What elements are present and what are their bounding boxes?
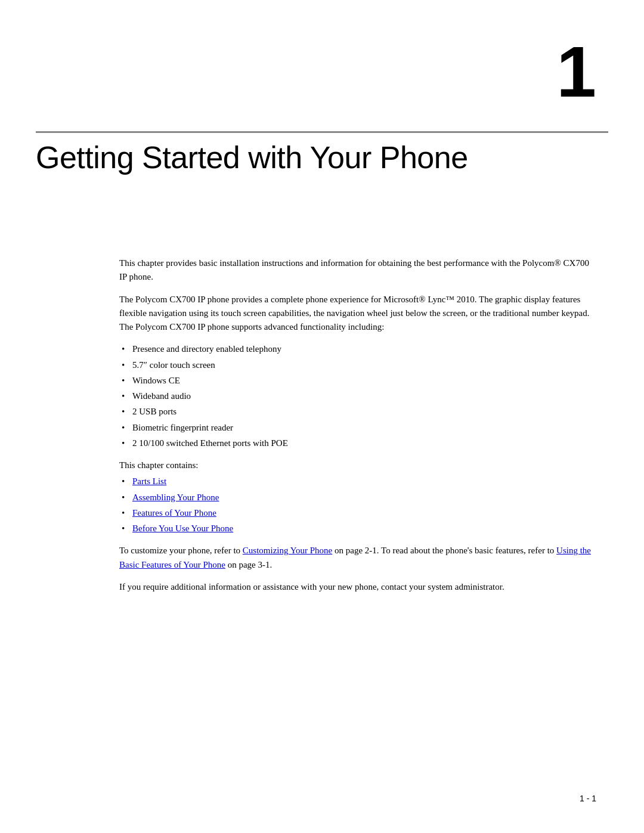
cross-ref-text-3: on page 3-1. bbox=[225, 560, 272, 569]
list-item-before-use: Before You Use Your Phone bbox=[119, 522, 596, 535]
features-list: Presence and directory enabled telephony… bbox=[119, 342, 596, 450]
list-item: Wideband audio bbox=[119, 389, 596, 403]
page-container: 1 Getting Started with Your Phone This c… bbox=[0, 0, 644, 833]
closing-paragraph: If you require additional information or… bbox=[119, 580, 596, 594]
chapter-number: 1 bbox=[556, 36, 596, 107]
intro-paragraph-1: This chapter provides basic installation… bbox=[119, 256, 596, 284]
list-item: 2 10/100 switched Ethernet ports with PO… bbox=[119, 436, 596, 450]
list-item: Presence and directory enabled telephony bbox=[119, 342, 596, 356]
list-item-features: Features of Your Phone bbox=[119, 506, 596, 520]
customizing-link[interactable]: Customizing Your Phone bbox=[243, 546, 332, 555]
cross-ref-text-2: on page 2-1. To read about the phone's b… bbox=[332, 546, 556, 555]
cross-ref-text-1: To customize your phone, refer to bbox=[119, 546, 243, 555]
before-use-link[interactable]: Before You Use Your Phone bbox=[132, 524, 233, 533]
chapter-title: Getting Started with Your Phone bbox=[36, 140, 608, 176]
list-item: 2 USB ports bbox=[119, 405, 596, 419]
assembling-link[interactable]: Assembling Your Phone bbox=[132, 493, 219, 502]
chapter-divider bbox=[36, 131, 608, 133]
chapter-title-area: Getting Started with Your Phone bbox=[36, 140, 608, 176]
toc-links-list: Parts List Assembling Your Phone Feature… bbox=[119, 475, 596, 535]
features-link[interactable]: Features of Your Phone bbox=[132, 508, 216, 518]
list-item: Windows CE bbox=[119, 374, 596, 388]
list-item-parts-list: Parts List bbox=[119, 475, 596, 488]
chapter-contains-label: This chapter contains: bbox=[119, 459, 596, 472]
content-area: This chapter provides basic installation… bbox=[119, 256, 596, 602]
parts-list-link[interactable]: Parts List bbox=[132, 476, 166, 486]
intro-paragraph-2: The Polycom CX700 IP phone provides a co… bbox=[119, 293, 596, 335]
page-number: 1 - 1 bbox=[580, 794, 596, 803]
cross-ref-paragraph: To customize your phone, refer to Custom… bbox=[119, 544, 596, 572]
list-item: 5.7″ color touch screen bbox=[119, 358, 596, 372]
list-item-assembling: Assembling Your Phone bbox=[119, 491, 596, 504]
list-item: Biometric fingerprint reader bbox=[119, 421, 596, 435]
